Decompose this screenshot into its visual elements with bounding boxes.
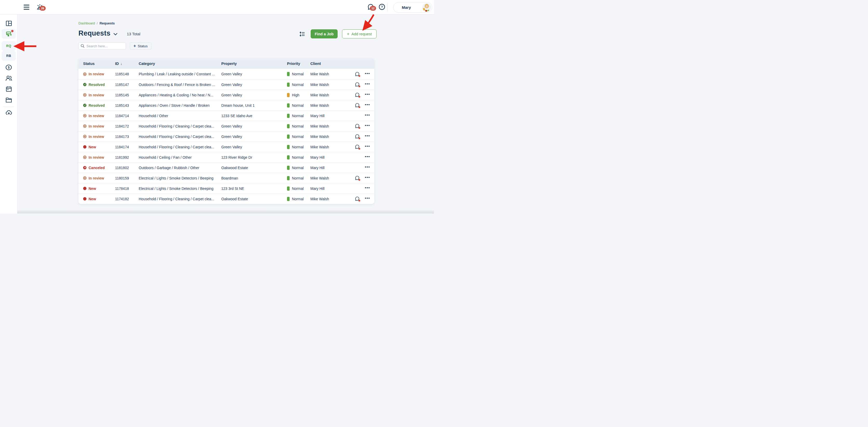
column-header-status[interactable]: Status (83, 62, 115, 66)
table-row[interactable]: New 1174182 Household / Flooring / Clean… (79, 193, 374, 204)
priority-badge: Normal (287, 83, 310, 87)
table-row[interactable]: In review 1184172 Household / Flooring /… (79, 121, 374, 131)
row-menu-button[interactable]: ••• (365, 123, 370, 129)
help-icon[interactable]: ? (379, 4, 385, 10)
row-chat-icon[interactable] (355, 134, 360, 139)
plus-icon: + (133, 44, 136, 48)
row-chat-icon[interactable] (355, 72, 360, 77)
status-filter-button[interactable]: + Status (130, 42, 151, 50)
chat-unread-dot (359, 96, 360, 98)
column-header-priority[interactable]: Priority (287, 62, 310, 66)
breadcrumb-dashboard-link[interactable]: Dashboard (79, 21, 95, 25)
row-menu-button[interactable]: ••• (365, 186, 370, 191)
status-icon: ✓ (83, 83, 87, 86)
table-row[interactable]: In review 1181992 Household / Ceiling / … (79, 152, 374, 162)
messages-count-badge: 12 (370, 6, 376, 11)
find-a-job-button[interactable]: Find a Job (311, 29, 338, 38)
row-chat-icon[interactable] (355, 103, 360, 108)
breadcrumb: Dashboard / Requests (79, 21, 115, 25)
row-menu-button[interactable]: ••• (365, 134, 370, 139)
priority-chip (287, 103, 289, 108)
alarm-icon[interactable]: 26 (36, 3, 43, 11)
table-row[interactable]: New 1178418 Electrical / Lights / Smoke … (79, 183, 374, 193)
table-row[interactable]: New 1184174 Household / Flooring / Clean… (79, 142, 374, 152)
sort-desc-icon: ↓ (121, 62, 122, 66)
request-category: Household / Flooring / Cleaning / Carpet… (139, 124, 221, 128)
user-menu[interactable]: Mary (393, 2, 432, 13)
svg-text:$: $ (8, 66, 10, 69)
list-settings-icon[interactable] (300, 31, 305, 37)
request-id: 1174182 (115, 197, 139, 201)
request-property: Green Valley (221, 83, 287, 87)
row-chat-icon[interactable] (355, 92, 360, 97)
breadcrumb-separator: / (97, 21, 98, 25)
row-chat-icon[interactable] (355, 144, 360, 149)
request-property: Boardman (221, 176, 287, 180)
user-name: Mary (402, 5, 411, 10)
request-category: Household / Flooring / Cleaning / Carpet… (139, 197, 221, 201)
sidebar-divider (3, 106, 14, 107)
row-menu-button[interactable]: ••• (365, 155, 370, 160)
row-menu-button[interactable]: ••• (365, 144, 370, 150)
row-menu-button[interactable]: ••• (365, 92, 370, 98)
table-row[interactable]: ✕Canceled 1181802 Outdoors / Garbage / R… (79, 162, 374, 173)
request-client: Mike Walsh (310, 145, 352, 149)
alarm-count-badge: 26 (39, 6, 46, 11)
sidebar-item-dashboard[interactable] (2, 19, 16, 28)
sidebar-item-requests[interactable] (2, 29, 16, 39)
column-header-property[interactable]: Property (221, 62, 287, 66)
row-chat-icon[interactable] (355, 196, 360, 201)
sidebar-item-export[interactable] (2, 108, 16, 118)
sidebar-item-people[interactable] (2, 73, 16, 83)
title-dropdown-icon[interactable] (114, 32, 117, 36)
sidebar-item-rq[interactable]: RQ (2, 41, 16, 51)
row-menu-button[interactable]: ••• (365, 102, 370, 108)
table-row[interactable]: ✓Resolved 1185143 Appliances / Oven / St… (79, 100, 374, 111)
row-menu-button[interactable]: ••• (365, 175, 370, 181)
row-menu-button[interactable]: ••• (365, 71, 370, 77)
table-row[interactable]: In review 1185148 Plumbing / Leak / Leak… (79, 69, 374, 79)
table-row[interactable]: In review 1180159 Electrical / Lights / … (79, 173, 374, 183)
request-category: Plumbing / Leak / Leaking outside / Cons… (139, 72, 221, 76)
row-chat-icon[interactable] (355, 82, 360, 87)
search-input[interactable] (79, 42, 126, 50)
row-menu-button[interactable]: ••• (365, 165, 370, 171)
request-property: Green Valley (221, 145, 287, 149)
request-id: 1185145 (115, 93, 139, 97)
table-row[interactable]: In review 1184173 Household / Flooring /… (79, 131, 374, 142)
priority-badge: Normal (287, 124, 310, 128)
status-icon (83, 135, 87, 138)
messages-icon[interactable]: 12 (367, 4, 374, 10)
status-icon (83, 114, 87, 117)
app-window: 26 12 ? Mary (0, 0, 434, 214)
add-request-button[interactable]: + Add request (342, 29, 377, 38)
request-category: Household / Flooring / Cleaning / Carpet… (139, 145, 221, 149)
row-menu-button[interactable]: ••• (365, 82, 370, 87)
column-header-category[interactable]: Category (139, 62, 221, 66)
sidebar-item-folder[interactable] (2, 95, 16, 105)
svg-text:?: ? (381, 5, 383, 9)
priority-chip (287, 145, 289, 149)
column-header-client[interactable]: Client (310, 62, 352, 66)
column-header-id[interactable]: ID↓ (115, 62, 139, 66)
row-menu-button[interactable]: ••• (365, 196, 370, 202)
request-client: Mike Walsh (310, 176, 352, 180)
request-client: Mike Walsh (310, 124, 352, 128)
hamburger-menu-icon[interactable] (24, 5, 29, 10)
row-chat-icon[interactable] (355, 176, 360, 181)
chat-unread-dot (359, 127, 360, 129)
request-property: Green Valley (221, 124, 287, 128)
sidebar-item-money[interactable]: $ (2, 62, 16, 72)
table-row[interactable]: ✓Resolved 1185147 Outdoors / Fencing & R… (79, 79, 374, 90)
priority-chip (287, 114, 289, 118)
row-chat-icon[interactable] (355, 124, 360, 128)
sidebar-item-calendar[interactable] (2, 84, 16, 94)
priority-badge: Normal (287, 103, 310, 108)
row-menu-button[interactable]: ••• (365, 113, 370, 118)
sidebar-item-rb[interactable]: RB (2, 51, 16, 61)
priority-chip (287, 83, 289, 87)
search-icon (81, 44, 85, 48)
table-row[interactable]: In review 1184714 Household / Other 1233… (79, 111, 374, 121)
table-row[interactable]: In review 1185145 Appliances / Heating &… (79, 90, 374, 100)
plus-icon: + (347, 32, 349, 36)
